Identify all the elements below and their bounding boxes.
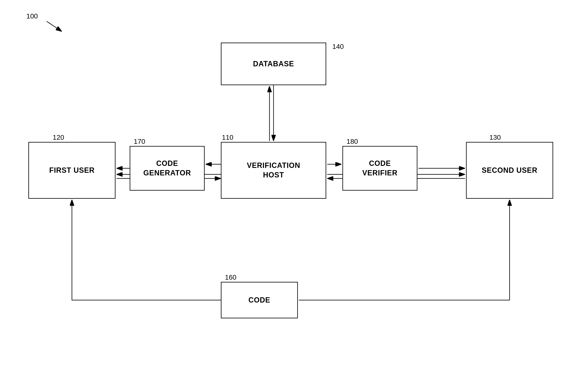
second-user-ref: 130 [489,134,501,141]
code-generator-label: CODE GENERATOR [143,159,191,178]
figure-ref: 100 [26,12,38,20]
second-user-label: SECOND USER [482,166,537,175]
svg-line-2 [47,21,62,31]
database-ref: 140 [332,43,344,50]
code-verifier-box: CODE VERIFIER [342,146,417,191]
code-generator-box: CODE GENERATOR [130,146,205,191]
first-user-label: FIRST USER [49,166,95,175]
code-box: CODE [221,282,298,318]
verification-host-label: VERIFICATION HOST [247,161,300,180]
code-label: CODE [248,295,270,305]
first-user-box: FIRST USER [28,142,115,199]
verification-host-box: VERIFICATION HOST [221,142,326,199]
code-ref: 160 [225,273,236,281]
second-user-box: SECOND USER [466,142,553,199]
code-verifier-ref: 180 [346,137,358,145]
verification-host-ref: 110 [222,134,233,141]
first-user-ref: 120 [53,134,64,141]
code-verifier-label: CODE VERIFIER [362,159,398,178]
database-box: DATABASE [221,43,326,85]
code-generator-ref: 170 [134,137,145,145]
diagram: 100 DATABASE 140 VERIFICATION HOST 110 F… [0,0,588,381]
database-label: DATABASE [253,59,294,69]
